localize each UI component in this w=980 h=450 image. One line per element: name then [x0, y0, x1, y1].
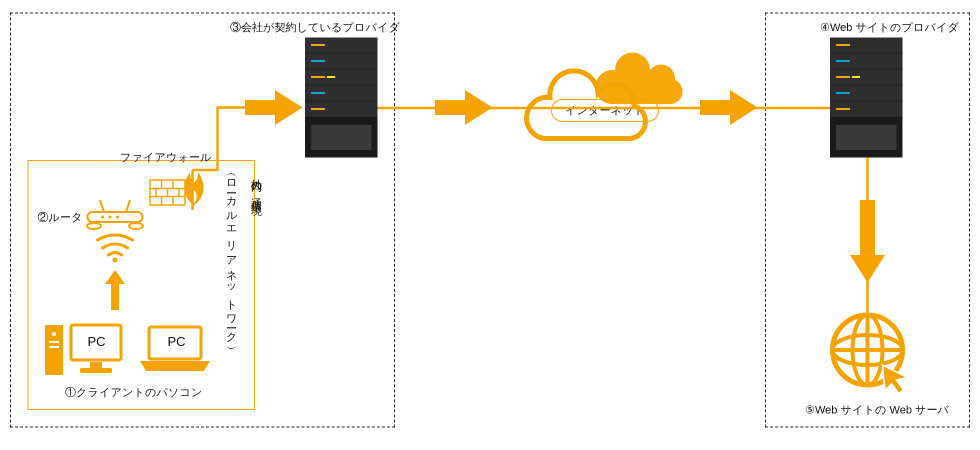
arrow-up-icon: [105, 270, 125, 310]
svg-rect-52: [90, 362, 102, 368]
label-website-provider: ④Web サイトのプロバイダ: [820, 20, 959, 35]
svg-rect-30: [88, 212, 142, 222]
svg-point-34: [108, 216, 112, 218]
big-arrow-icon: [245, 90, 302, 125]
label-router: ②ルータ: [38, 210, 82, 225]
label-lan-vertical-1: 社内の通信環境: [245, 170, 268, 198]
svg-rect-11: [311, 108, 325, 110]
wifi-icon: [98, 235, 132, 262]
desktop-pc-text: PC: [88, 334, 106, 350]
desktop-pc-icon: [45, 320, 125, 380]
svg-rect-49: [49, 341, 59, 343]
laptop-icon: [140, 325, 210, 375]
svg-rect-16: [836, 44, 850, 46]
svg-rect-7: [327, 76, 335, 78]
svg-line-29: [126, 200, 130, 212]
svg-point-33: [101, 216, 104, 218]
svg-point-35: [116, 216, 119, 218]
laptop-pc-text: PC: [168, 334, 186, 350]
big-arrow-icon: [435, 90, 492, 125]
label-company-provider: ③会社が契約しているプロバイダ: [230, 20, 400, 35]
svg-point-48: [52, 332, 56, 336]
svg-rect-20: [836, 76, 850, 78]
svg-point-31: [87, 223, 101, 229]
svg-point-36: [112, 258, 118, 262]
big-arrow-down-icon: [850, 200, 885, 282]
router-icon: [85, 200, 145, 230]
big-arrow-icon: [700, 90, 758, 125]
svg-rect-21: [852, 76, 860, 78]
svg-rect-2: [311, 44, 325, 46]
svg-rect-6: [311, 76, 325, 78]
svg-rect-13: [311, 125, 372, 150]
svg-rect-27: [836, 125, 896, 150]
globe-icon: [828, 310, 912, 395]
svg-rect-9: [311, 92, 325, 94]
svg-rect-23: [836, 92, 850, 94]
svg-rect-50: [49, 346, 59, 348]
svg-rect-4: [311, 60, 325, 62]
svg-rect-53: [80, 368, 112, 373]
server-rack-icon: [305, 38, 378, 158]
svg-point-32: [129, 223, 143, 229]
connector-line: [145, 108, 245, 218]
server-rack-icon: [830, 38, 902, 158]
svg-rect-18: [836, 60, 850, 62]
svg-line-28: [100, 200, 104, 212]
label-web-server: ⑤Web サイトの Web サーバ: [805, 402, 949, 418]
label-client-pc: ①クライアントのパソコン: [65, 385, 202, 400]
cloud-icon: [520, 42, 690, 142]
svg-rect-25: [836, 108, 850, 110]
